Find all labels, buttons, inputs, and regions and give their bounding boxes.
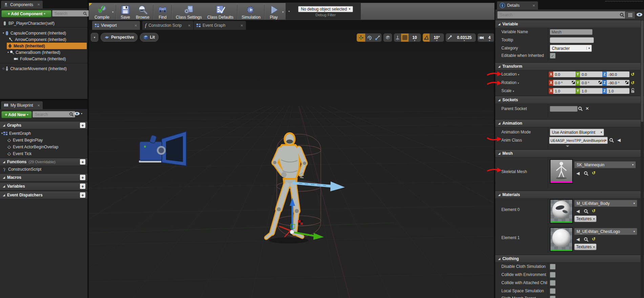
sockets-section-header[interactable]: ◢ Sockets	[495, 96, 644, 104]
collide-with-attached-child-checkbox[interactable]	[550, 280, 556, 286]
material-1-dropdown[interactable]: M_UE4Man_ChestLogo ▾	[574, 228, 637, 235]
expander-icon[interactable]: ▾	[1, 132, 3, 135]
simulation-button[interactable]: Simulation	[239, 4, 263, 20]
translate-mode-button[interactable]	[357, 34, 365, 42]
tree-item-charactermovement[interactable]: ◇ CharacterMovement (Inherited)	[0, 65, 87, 72]
variables-section-header[interactable]: ◢ Variables +	[0, 182, 87, 190]
lit-mode-button[interactable]: Lit	[140, 33, 159, 42]
grid-snap-value[interactable]: 10 ▾	[409, 34, 421, 42]
cloth-morph-target-checkbox[interactable]	[550, 296, 556, 298]
details-search[interactable]	[497, 11, 626, 19]
add-new-button[interactable]: + Add New ▾	[1, 111, 32, 118]
components-search[interactable]	[52, 10, 89, 17]
close-icon[interactable]: ✕	[188, 24, 191, 27]
scale-mode-button[interactable]	[373, 34, 381, 42]
components-search-input[interactable]	[54, 11, 83, 16]
close-icon[interactable]: ✕	[533, 4, 535, 7]
collide-with-environment-checkbox[interactable]	[550, 272, 556, 278]
reset-location-button[interactable]: ↺	[631, 72, 635, 77]
debug-object-dropdown[interactable]: No debug object selected ▾	[298, 6, 353, 12]
reset-asset-icon[interactable]: ↺	[592, 170, 596, 175]
class-settings-button[interactable]: Class Settings	[173, 4, 205, 20]
disable-cloth-simulation-checkbox[interactable]	[550, 264, 556, 270]
details-visibility-button[interactable]	[636, 13, 643, 17]
clothing-section-header[interactable]: ◢ Clothing	[495, 255, 644, 263]
eventgraph-item[interactable]: ▾ EventGraph	[0, 130, 87, 136]
grid-snap-toggle[interactable]	[401, 34, 408, 42]
close-icon[interactable]: ✕	[241, 24, 243, 27]
browse-asset-icon[interactable]	[584, 237, 588, 242]
expander-icon[interactable]: ▾	[7, 51, 9, 54]
add-function-button[interactable]: +	[80, 159, 85, 165]
variable-name-field[interactable]	[550, 29, 593, 35]
tree-item-followcamera[interactable]: FollowCamera (Inherited)	[0, 56, 87, 62]
tab-construction-script[interactable]: f Construction Scrip ✕	[142, 21, 193, 30]
functions-section-header[interactable]: ◢ Functions (29 Overridable) +	[0, 158, 87, 166]
play-options-chevron[interactable]: ▾	[282, 10, 284, 14]
tree-item-capsule[interactable]: ▾ CapsuleComponent (Inherited)	[0, 30, 87, 36]
debug-chevron[interactable]: ▾	[288, 10, 290, 13]
tree-item-mesh[interactable]: Mesh (Inherited)	[7, 43, 87, 49]
scrollbar-thumb[interactable]	[641, 20, 643, 122]
location-label[interactable]: Location ▾	[501, 72, 519, 77]
skeletal-mesh-thumbnail[interactable]	[550, 159, 573, 184]
location-y-field[interactable]: Y 0.0	[576, 71, 603, 77]
material-1-textures-button[interactable]: Textures ▾	[574, 243, 597, 250]
close-icon[interactable]: ✕	[134, 24, 137, 27]
use-selected-asset-icon[interactable]: ◀	[576, 209, 580, 214]
location-x-field[interactable]: X 0.0	[549, 71, 576, 77]
scale-z-field[interactable]: Z 1.0	[602, 88, 629, 94]
visibility-filter-button[interactable]: ▾	[74, 112, 82, 115]
browse-asset-icon[interactable]	[584, 209, 588, 214]
viewport[interactable]: ▾ Perspective Lit	[89, 30, 494, 298]
parent-socket-field[interactable]	[550, 106, 578, 112]
my-blueprint-search-input[interactable]	[34, 112, 69, 117]
reset-asset-icon[interactable]: ↺	[592, 236, 596, 241]
animation-section-header[interactable]: ◢ Animation	[495, 119, 644, 127]
rotation-snap-value[interactable]: 10° ▾	[430, 34, 444, 42]
coordinate-system-button[interactable]	[383, 34, 392, 42]
use-selected-asset-icon[interactable]: ◀	[576, 237, 580, 242]
scale-x-field[interactable]: X 1.0	[549, 88, 576, 94]
macros-section-header[interactable]: ◢ Macros +	[0, 173, 87, 182]
category-dropdown[interactable]: Character ▾	[550, 45, 592, 52]
camera-speed-button[interactable]	[478, 34, 485, 42]
skeletal-mesh-dropdown[interactable]: SK_Mannequin ▾	[574, 161, 636, 168]
anim-class-use-selected-icon[interactable]: ◀	[617, 137, 621, 143]
anim-class-browse-icon[interactable]	[609, 138, 614, 143]
graphs-section-header[interactable]: ◢ Graphs +	[0, 121, 87, 129]
expander-icon[interactable]: ▾	[3, 31, 4, 35]
rotate-mode-button[interactable]	[365, 34, 373, 42]
advanced-expander[interactable]: ▾	[495, 144, 640, 148]
close-icon[interactable]: ✕	[37, 3, 40, 6]
viewport-options-button[interactable]: ▾	[91, 33, 98, 42]
tree-item-self[interactable]: BP_PlayerCharacter(self)	[0, 20, 87, 26]
tree-item-cameraboom[interactable]: ▾ CameraBoom (Inherited)	[0, 49, 87, 56]
add-macro-button[interactable]: +	[80, 175, 85, 180]
perspective-button[interactable]: Perspective	[101, 33, 138, 42]
add-dispatcher-button[interactable]: +	[80, 192, 85, 198]
rotation-z-field[interactable]: Z -90.0 °	[602, 80, 629, 86]
my-blueprint-tab[interactable]: My Blueprint ✕	[1, 101, 43, 109]
mesh-section-header[interactable]: ◢ Mesh	[495, 149, 644, 157]
find-button[interactable]: Find	[155, 4, 170, 20]
material-0-dropdown[interactable]: M_UE4Man_Body ▾	[574, 200, 637, 207]
details-view-options-button[interactable]	[625, 11, 635, 19]
rotation-y-field[interactable]: Y 0.0 °	[576, 80, 603, 86]
tree-item-arrow[interactable]: ArrowComponent (Inherited)	[0, 36, 87, 43]
event-beginplay-item[interactable]: ◇ Event BeginPlay	[0, 137, 87, 143]
camera-speed-value[interactable]: 4 ▾	[485, 34, 494, 42]
socket-search-icon[interactable]	[578, 106, 583, 111]
add-graph-button[interactable]: +	[80, 123, 85, 128]
scale-lock-button[interactable]	[631, 88, 635, 93]
reset-asset-icon[interactable]: ↺	[592, 208, 596, 213]
details-scrollbar[interactable]	[641, 20, 644, 297]
details-tab[interactable]: i Details ✕	[497, 1, 538, 9]
scale-y-field[interactable]: Y 1.0	[576, 88, 603, 94]
rotation-snap-toggle[interactable]	[423, 34, 430, 42]
transform-section-header[interactable]: ◢ Transform	[495, 62, 644, 70]
local-space-simulation-checkbox[interactable]	[550, 288, 556, 294]
anim-class-dropdown[interactable]: UE4ASP_HeroTPP_AnimBlueprint_C ▾	[549, 137, 608, 144]
use-selected-asset-icon[interactable]: ◀	[576, 171, 580, 176]
close-icon[interactable]: ✕	[37, 104, 40, 107]
